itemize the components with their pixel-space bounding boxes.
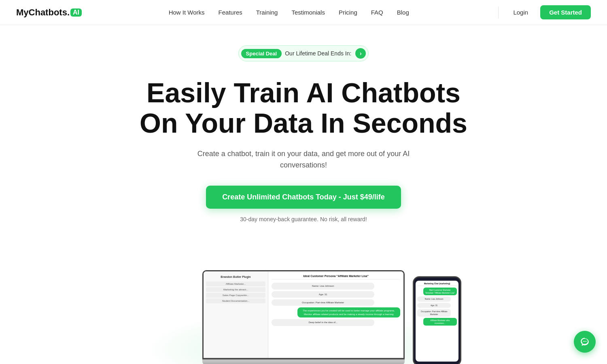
cta-button[interactable]: Create Unlimited Chatbots Today - Just $… <box>206 186 401 209</box>
phone-screen: Marketing Chat (marketing) Mail Customer… <box>416 281 458 362</box>
phone-msg-3: Age: 31 <box>417 303 451 308</box>
chat-widget-icon <box>579 336 590 347</box>
screen-inner: Brandon Butler Plugin Affiliate Marketer… <box>204 271 403 358</box>
hero-title: Easily Train AI Chatbots On Your Data In… <box>140 78 467 138</box>
nav-right: Login Get Started <box>496 5 591 19</box>
hero-subtitle: Create a chatbot, train it on your data,… <box>186 148 421 171</box>
phone-msg-5: Affiliate Marketer who monetizes... <box>423 318 457 326</box>
nav-testimonials[interactable]: Testimonials <box>286 6 331 19</box>
svg-rect-2 <box>586 341 586 342</box>
sidebar-item-4: Student Documentation... <box>206 298 265 303</box>
nav-blog[interactable]: Blog <box>391 6 415 19</box>
navbar: MyChatbots.AI How It Works Features Trai… <box>0 0 607 25</box>
hero-title-line2: On Your Data In Seconds <box>140 108 467 138</box>
deal-tag: Special Deal <box>241 49 282 58</box>
chat-msg-2: Age: 31 <box>272 291 374 298</box>
phone-msg-4: Occupation: Part-time Affiliate Marketer <box>417 309 451 317</box>
screen-sidebar: Brandon Butler Plugin Affiliate Marketer… <box>204 271 268 358</box>
nav-pricing[interactable]: Pricing <box>333 6 363 19</box>
guarantee-text: 30-day money-back guarantee. No risk, al… <box>240 216 367 222</box>
phone-msg-1: Mail Customer Marketer Template "Affilia… <box>423 288 457 295</box>
logo[interactable]: MyChatbots.AI <box>16 7 82 18</box>
nav-how-it-works[interactable]: How It Works <box>163 6 210 19</box>
chat-msg-3: Occupation: Part-time Affiliate Marketer <box>272 299 374 306</box>
screen-chat: Ideal Customer Persona "Affiliate Market… <box>268 271 403 358</box>
chat-widget-button[interactable] <box>574 331 596 353</box>
chat-msg-5: Deep belief in the idea of... <box>272 319 374 326</box>
logo-text: MyChatbots. <box>16 7 70 18</box>
sidebar-item-3: Sales Page Copywritin... <box>206 293 265 298</box>
logo-ai-badge: AI <box>70 8 82 17</box>
nav-links: How It Works Features Training Testimoni… <box>163 6 415 19</box>
deal-text: Our Lifetime Deal Ends In: <box>285 50 351 57</box>
hero-section: Special Deal Our Lifetime Deal Ends In: … <box>0 25 607 364</box>
deal-arrow-icon: › <box>355 48 366 59</box>
chat-header: Ideal Customer Persona "Affiliate Market… <box>272 275 400 279</box>
laptop-mockup: Brandon Butler Plugin Affiliate Marketer… <box>202 270 405 364</box>
phone-frame: Marketing Chat (marketing) Mail Customer… <box>413 276 461 364</box>
chat-msg-1: Name: Lisa Johnson <box>272 283 374 289</box>
nav-features[interactable]: Features <box>213 6 248 19</box>
sidebar-title: Brandon Butler Plugin <box>206 275 265 279</box>
get-started-button[interactable]: Get Started <box>540 5 591 19</box>
chat-msg-4: The experiences you've created will be u… <box>297 307 400 317</box>
nav-divider <box>498 6 499 19</box>
svg-rect-1 <box>584 341 585 342</box>
phone-chat-header: Marketing Chat (marketing) <box>417 282 457 286</box>
laptop-screen: Brandon Butler Plugin Affiliate Marketer… <box>202 270 405 359</box>
svg-rect-0 <box>583 341 584 342</box>
sidebar-item-1: Affiliate Marketer... <box>206 281 265 286</box>
phone-msg-2: Name: Lisa Johnson <box>417 296 451 302</box>
nav-faq[interactable]: FAQ <box>365 6 389 19</box>
login-button[interactable]: Login <box>505 6 536 19</box>
hero-title-line1: Easily Train AI Chatbots <box>146 77 461 108</box>
sidebar-item-2: Marketing the attracti... <box>206 287 265 292</box>
device-mockup: Brandon Butler Plugin Affiliate Marketer… <box>121 243 486 364</box>
deal-banner[interactable]: Special Deal Our Lifetime Deal Ends In: … <box>238 45 369 61</box>
phone-mockup: Marketing Chat (marketing) Mail Customer… <box>413 276 461 364</box>
nav-training[interactable]: Training <box>250 6 284 19</box>
chat-content: Name: Lisa Johnson Age: 31 Occupation: P… <box>272 283 400 355</box>
laptop-body <box>202 359 405 364</box>
